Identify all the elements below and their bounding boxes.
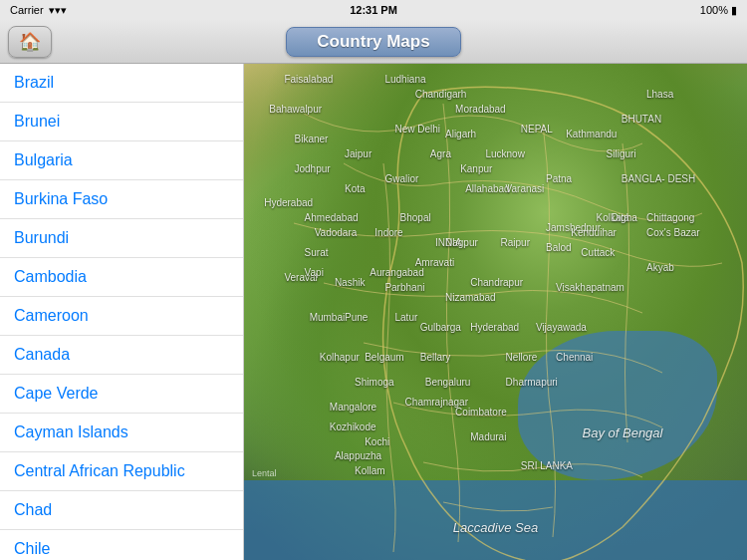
place-label-vijayawada: Vijayawada [536, 322, 587, 333]
place-label-ludhiana: Ludhiana [384, 74, 425, 85]
place-label-belgaum: Belgaum [365, 352, 403, 363]
sidebar-item-central-african-republic[interactable]: Central African Republic [0, 452, 243, 491]
place-label-aligarh: Aligarh [445, 129, 476, 140]
place-label-mumbai: Mumbai [310, 312, 346, 323]
place-label-kota: Kota [345, 183, 366, 194]
place-label-agra: Agra [430, 148, 451, 159]
place-label-madurai: Madurai [470, 431, 506, 442]
place-label-chandrapur: Chandrapur [470, 277, 523, 288]
sidebar-item-bulgaria[interactable]: Bulgaria [0, 141, 243, 180]
bay-of-bengal-label: Bay of Bengal [533, 425, 712, 440]
place-label-amravati: Amravati [415, 257, 454, 268]
home-icon: 🏠 [19, 31, 41, 53]
place-label-parbhani: Parbhani [384, 282, 424, 293]
place-label-kenduihar: Kenduihar [571, 227, 617, 238]
place-label-nashik: Nashik [335, 277, 366, 288]
place-label-bengaluru: Bengaluru [425, 377, 471, 388]
place-label-faisalabad: Faisalabad [284, 74, 333, 85]
place-label-kochi: Kochi [365, 436, 389, 447]
place-label-coimbatore: Coimbatore [455, 407, 507, 418]
place-label-hyderabad: Hyderabad [470, 322, 519, 333]
sidebar-item-cape-verde[interactable]: Cape Verde [0, 375, 243, 414]
place-label-ahmedabad: Ahmedabad [305, 212, 359, 223]
place-label-nagpur: Nagpur [445, 237, 478, 248]
place-label-aurangabad: Aurangabad [370, 267, 424, 278]
place-label-nepal: NEPAL [521, 124, 553, 135]
wifi-icon: ▾▾▾ [49, 4, 67, 17]
sidebar-item-chad[interactable]: Chad [0, 491, 243, 530]
sidebar-item-cambodia[interactable]: Cambodia [0, 258, 243, 297]
place-label-moradabad: Moradabad [455, 104, 506, 115]
status-right: 100% ▮ [700, 4, 737, 17]
place-label-alappuzha: Alappuzha [335, 450, 381, 461]
place-label-vadodara: Vadodara [315, 227, 358, 238]
sidebar-item-burkina-faso[interactable]: Burkina Faso [0, 180, 243, 219]
place-label-latur: Latur [395, 312, 418, 323]
sidebar-item-brunei[interactable]: Brunei [0, 103, 243, 141]
place-label-varanasi: Varanasi [506, 183, 545, 194]
place-label-kathmandu: Kathmandu [566, 129, 617, 140]
place-label-cuttack: Cuttack [581, 247, 615, 258]
place-label-srilanka: SRI LANKA [521, 460, 573, 471]
status-left: Carrier ▾▾▾ [10, 4, 67, 17]
place-label-gulbarga: Gulbarga [420, 322, 461, 333]
place-label-kanpur: Kanpur [460, 163, 492, 174]
place-label-kozhikode: Kozhikode [330, 421, 376, 432]
place-label-lucknow: Lucknow [485, 148, 524, 159]
place-label-bhutan: BHUTAN [622, 114, 661, 125]
carrier-label: Carrier [10, 4, 44, 16]
place-label-dharmapuri: Dharmapuri [506, 377, 558, 388]
place-label-patna: Patna [546, 173, 572, 184]
nav-title: Country Maps [286, 27, 460, 57]
place-label-jodhpur: Jodhpur [295, 163, 331, 174]
place-label-raipur: Raipur [501, 237, 530, 248]
sidebar-item-cameroon[interactable]: Cameroon [0, 297, 243, 336]
place-label-digha: Digha [612, 212, 637, 223]
sidebar-item-cayman-islands[interactable]: Cayman Islands [0, 414, 243, 452]
place-label-visakhapatnam: Visakhapatnam [556, 282, 624, 293]
place-label-akyab: Akyab [646, 262, 674, 273]
place-label-chittagong: Chittagong [646, 212, 694, 223]
sidebar-item-brazil[interactable]: Brazil [0, 64, 243, 103]
place-label-bellary: Bellary [420, 352, 451, 363]
status-time: 12:31 PM [350, 4, 397, 16]
place-label-mangalore: Mangalore [330, 402, 376, 413]
place-label-jaipur: Jaipur [345, 148, 372, 159]
place-label-hyderabad-pk: Hyderabad [264, 197, 313, 208]
map-attribution: Lental [252, 468, 277, 478]
place-label-shimoga: Shimoga [355, 377, 393, 388]
place-label-nizamabad: Nizamabad [445, 292, 496, 303]
map-area[interactable]: FaisalabadLudhianaChandigarhBahawalpurMo… [244, 64, 747, 560]
place-label-bhubaneswar: Balod [546, 242, 572, 253]
status-bar: Carrier ▾▾▾ 12:31 PM 100% ▮ [0, 0, 747, 20]
place-label-surat: Surat [305, 247, 329, 258]
place-label-bahawalpur: Bahawalpur [269, 104, 322, 115]
place-label-new-delhi: New Delhi [395, 124, 441, 135]
map-canvas: FaisalabadLudhianaChandigarhBahawalpurMo… [244, 64, 747, 560]
place-label-gwalior: Gwalior [384, 173, 418, 184]
place-label-lhasa: Lhasa [646, 89, 673, 100]
place-label-bhopal: Bhopal [400, 212, 431, 223]
nav-bar: 🏠 Country Maps [0, 20, 747, 64]
battery-label: 100% [700, 4, 728, 16]
place-label-chennai: Chennai [556, 352, 593, 363]
place-label-siliguri: Siliguri [607, 148, 636, 159]
place-label-indore: Indore [374, 227, 402, 238]
home-button[interactable]: 🏠 [8, 26, 52, 58]
sidebar-item-burundi[interactable]: Burundi [0, 219, 243, 258]
place-label-kollam: Kollam [355, 465, 385, 476]
place-label-nellore: Nellore [506, 352, 538, 363]
laccadive-sea-label: Laccadive Sea [453, 520, 538, 535]
place-label-pune: Pune [345, 312, 368, 323]
place-label-kolhapur: Kolhapur [320, 352, 360, 363]
place-label-cox-bazar: Cox's Bazar [646, 227, 700, 238]
battery-icon: ▮ [731, 4, 737, 17]
sidebar-item-canada[interactable]: Canada [0, 336, 243, 375]
place-label-bikaner: Bikaner [295, 134, 329, 144]
place-label-chandigarh: Chandigarh [415, 89, 467, 100]
place-label-bangladesh: BANGLA- DESH [622, 173, 695, 184]
sidebar[interactable]: BrazilBruneiBulgariaBurkina FasoBurundiC… [0, 64, 244, 560]
place-label-vapi: Vapi [305, 267, 324, 278]
content-area: BrazilBruneiBulgariaBurkina FasoBurundiC… [0, 64, 747, 560]
sidebar-item-chile[interactable]: Chile [0, 530, 243, 560]
